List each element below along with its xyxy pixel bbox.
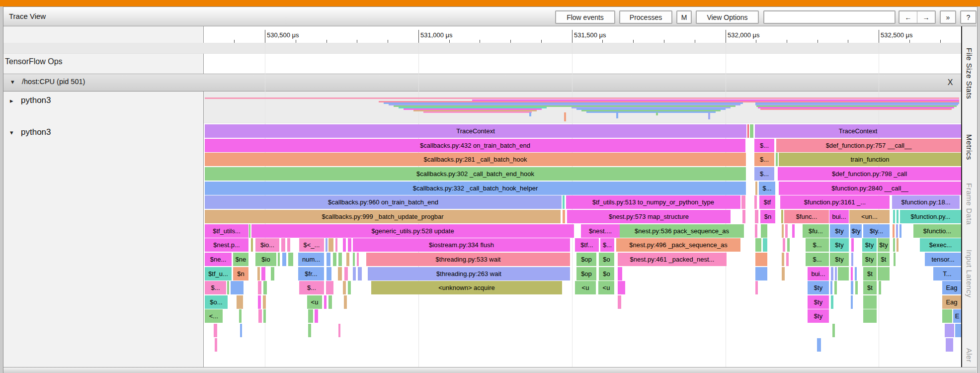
flame-segment[interactable]: $nest.py:536 pack_sequence_as <box>620 224 744 238</box>
flame-segment[interactable] <box>338 267 342 280</box>
flame-segment[interactable] <box>215 338 217 352</box>
flame-segment[interactable]: $ty <box>862 238 877 252</box>
sidebar-tab-frame-data[interactable]: Frame Data <box>965 183 974 242</box>
flame-segment[interactable] <box>249 224 250 238</box>
flame-segment[interactable] <box>335 238 337 252</box>
flame-segment[interactable]: $threading.py:263 wait <box>368 267 570 280</box>
flame-segment[interactable] <box>326 281 333 294</box>
flame-segment[interactable]: <u <box>575 281 596 294</box>
flame-segment[interactable] <box>282 253 286 266</box>
thread-row-python3-collapsed[interactable]: ▸python3 <box>10 95 51 105</box>
flame-segment[interactable]: $tf_utils.py:513 to_numpy_or_python_type <box>566 195 740 209</box>
processes-button[interactable]: Processes <box>619 10 672 24</box>
flame-segment[interactable]: $ty <box>808 295 829 309</box>
flame-segment[interactable] <box>831 295 833 309</box>
flame-segment[interactable] <box>308 324 311 337</box>
flame-segment[interactable] <box>761 224 767 238</box>
flame-segment[interactable]: $... <box>600 238 614 252</box>
flame-segment[interactable]: Eag <box>942 281 961 294</box>
flame-segment[interactable]: $ty <box>808 281 829 294</box>
flame-segment[interactable] <box>239 309 242 323</box>
flame-segment[interactable] <box>832 324 835 337</box>
flame-segment[interactable] <box>346 253 349 266</box>
flame-segment[interactable]: tensor... <box>925 253 961 266</box>
prev-result-button[interactable]: ← <box>898 10 917 24</box>
flame-segment[interactable] <box>338 324 340 337</box>
flame-segment[interactable] <box>755 281 758 294</box>
flame-segment[interactable]: $nest.py:461 _packed_nest... <box>618 253 727 266</box>
chevron-down-icon[interactable]: ▾ <box>10 129 21 136</box>
flame-segment[interactable] <box>782 224 784 238</box>
flame-segment[interactable]: $nest.... <box>581 224 620 238</box>
flame-segment[interactable] <box>787 238 790 252</box>
flame-segment[interactable] <box>783 238 785 252</box>
flame-segment[interactable] <box>792 224 795 238</box>
flame-segment[interactable]: $ty <box>808 309 829 323</box>
flame-segment[interactable] <box>782 253 784 266</box>
flame-segment[interactable] <box>326 238 327 252</box>
flame-segment[interactable]: $n <box>760 210 775 223</box>
flame-segment[interactable] <box>897 238 898 252</box>
flame-segment[interactable] <box>830 281 832 294</box>
flame-segment[interactable]: $op <box>576 267 596 280</box>
horizontal-scrollbar[interactable] <box>3 367 977 373</box>
flame-segment[interactable] <box>343 238 346 252</box>
flame-segment[interactable] <box>742 210 745 223</box>
flame-segment[interactable] <box>838 267 849 280</box>
flame-segment[interactable] <box>785 224 788 238</box>
flame-segment[interactable] <box>835 267 837 280</box>
flame-segment[interactable]: $... <box>754 139 774 152</box>
flame-segment[interactable] <box>227 281 229 294</box>
flame-segment[interactable]: $n <box>233 267 248 280</box>
flame-segment[interactable] <box>855 281 858 294</box>
flame-segment[interactable]: $t <box>863 281 877 294</box>
flame-segment[interactable] <box>786 253 789 266</box>
flame-segment[interactable] <box>755 253 767 266</box>
flame-segment[interactable]: $ty <box>850 224 862 238</box>
flame-segment[interactable]: E <box>953 309 961 323</box>
flame-segment[interactable] <box>896 224 898 238</box>
flame-segment[interactable] <box>899 224 901 238</box>
flame-segment[interactable]: num... <box>298 253 324 266</box>
sidebar-tab-metrics[interactable]: Metrics <box>965 134 974 174</box>
flame-segment[interactable]: $function.py:3161 _... <box>780 195 890 209</box>
flame-segment[interactable]: $o <box>599 253 614 266</box>
flame-segment[interactable]: bui... <box>808 267 829 280</box>
flame-segment[interactable] <box>258 281 261 294</box>
help-button[interactable]: ? <box>960 10 977 24</box>
flame-segment[interactable] <box>834 281 837 294</box>
flame-segment[interactable]: $function.py:18... <box>892 195 960 209</box>
flame-segment[interactable] <box>324 295 327 309</box>
flame-segment[interactable]: $ty <box>862 253 877 266</box>
flame-segment[interactable] <box>348 281 351 294</box>
flame-segment[interactable] <box>231 281 244 294</box>
flame-segment[interactable] <box>855 267 857 280</box>
flame-segment[interactable]: $tf <box>759 195 775 209</box>
flame-segment[interactable] <box>338 253 342 266</box>
flame-segment[interactable] <box>851 253 853 266</box>
flame-segment[interactable] <box>946 338 953 352</box>
flame-segment[interactable] <box>563 210 565 223</box>
flame-segment[interactable]: $... <box>299 281 324 294</box>
flame-segment[interactable]: T... <box>933 267 961 280</box>
flame-segment[interactable] <box>287 238 290 252</box>
flame-segment[interactable] <box>353 267 356 280</box>
flame-segment[interactable] <box>741 195 745 209</box>
flame-segment[interactable]: $... <box>205 281 226 294</box>
sidebar-tab-aler[interactable]: Aler <box>965 348 974 373</box>
flame-segment[interactable]: $iostream.py:334 flush <box>353 238 570 252</box>
flame-segment[interactable]: <... <box>205 309 223 323</box>
flame-segment[interactable]: <u <box>598 281 614 294</box>
mark-button[interactable]: M <box>676 10 692 24</box>
flame-segment[interactable]: $tf_u... <box>205 267 232 280</box>
process-header-host-cpu[interactable] <box>3 74 961 92</box>
flame-segment[interactable]: bui... <box>829 210 849 223</box>
flame-segment[interactable]: $ty <box>830 253 849 266</box>
flame-segment[interactable] <box>863 295 877 309</box>
flame-segment[interactable] <box>831 267 833 280</box>
flame-segment[interactable] <box>563 195 565 209</box>
flame-segment[interactable]: $def_function.py:757 __call__ <box>776 139 961 152</box>
next-result-button[interactable]: → <box>917 10 936 24</box>
flame-segment[interactable] <box>344 267 348 280</box>
flame-segment[interactable] <box>878 267 890 280</box>
